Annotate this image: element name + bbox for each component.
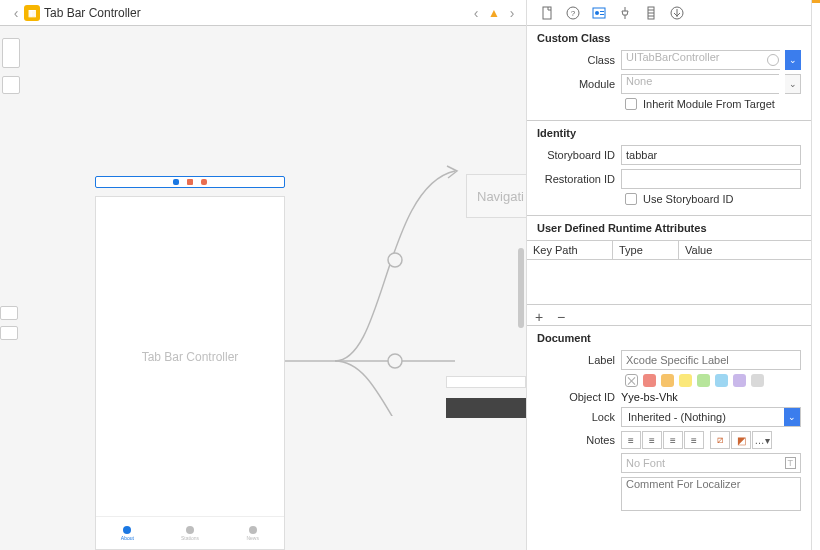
class-field[interactable]: UITabBarController: [621, 50, 780, 70]
inherit-module-label: Inherit Module From Target: [643, 98, 775, 110]
section-heading: Custom Class: [537, 32, 801, 44]
scene-fragment[interactable]: [446, 398, 526, 418]
selection-dot-icon: [201, 179, 207, 185]
localizer-comment-field[interactable]: [621, 477, 801, 511]
storyboard-id-label: Storyboard ID: [537, 149, 615, 161]
swatch-purple[interactable]: [733, 374, 746, 387]
udra-table-header: Key Path Type Value: [527, 240, 811, 260]
col-type[interactable]: Type: [613, 241, 679, 259]
bg-color-button[interactable]: ◩: [731, 431, 751, 449]
swatch-green[interactable]: [697, 374, 710, 387]
use-storyboard-id-label: Use Storyboard ID: [643, 193, 733, 205]
module-label: Module: [537, 78, 615, 90]
warning-icon[interactable]: ▲: [486, 5, 502, 21]
svg-point-0: [388, 253, 402, 267]
add-attribute-button[interactable]: +: [533, 309, 545, 325]
document-section: Document Label Object ID Yye-bs-Vhk Lo: [527, 326, 811, 525]
storyboard-doc-icon: ▦: [24, 5, 40, 21]
scene-thumbnail[interactable]: [2, 38, 20, 68]
chevron-down-icon: ⌄: [784, 408, 800, 426]
label-color-swatches: [625, 374, 801, 387]
accent-strip: [812, 0, 820, 3]
align-right-button[interactable]: ≡: [663, 431, 683, 449]
align-justify-button[interactable]: ≡: [684, 431, 704, 449]
custom-class-section: Custom Class Class UITabBarController ⌄ …: [527, 26, 811, 121]
notes-toolbar: ≡ ≡ ≡ ≡ ⧄ ◩ …▾: [621, 431, 801, 449]
identity-inspector-icon[interactable]: [591, 5, 607, 21]
nav-back-icon[interactable]: ‹: [8, 5, 24, 21]
notes-more-button[interactable]: …▾: [752, 431, 772, 449]
inspector-toolbar: ?: [527, 0, 811, 26]
svg-text:?: ?: [571, 9, 576, 18]
tab-item[interactable]: News: [221, 517, 284, 549]
svg-rect-3: [543, 7, 551, 19]
col-key-path[interactable]: Key Path: [527, 241, 613, 259]
doc-label-label: Label: [537, 354, 615, 366]
module-dropdown-icon[interactable]: ⌄: [785, 74, 801, 94]
storyboard-canvas[interactable]: Tab Bar Controller About Stations News: [0, 26, 526, 550]
scene-thumbnail[interactable]: [0, 306, 18, 320]
lock-select[interactable]: Inherited - (Nothing) ⌄: [621, 407, 801, 427]
lock-label: Lock: [537, 411, 615, 423]
remove-attribute-button[interactable]: −: [555, 309, 567, 325]
size-inspector-icon[interactable]: [643, 5, 659, 21]
align-center-button[interactable]: ≡: [642, 431, 662, 449]
class-jump-icon[interactable]: [767, 54, 779, 66]
class-label: Class: [537, 54, 615, 66]
nav-prev-icon[interactable]: ‹: [468, 5, 484, 21]
svg-rect-8: [600, 11, 604, 12]
swatch-red[interactable]: [643, 374, 656, 387]
restoration-id-label: Restoration ID: [537, 173, 615, 185]
tab-bar: About Stations News: [96, 516, 284, 549]
scene-thumbnail[interactable]: [2, 76, 20, 94]
svg-point-7: [595, 11, 599, 15]
file-inspector-icon[interactable]: [539, 5, 555, 21]
swatch-none[interactable]: [625, 374, 638, 387]
section-heading: Identity: [537, 127, 801, 139]
vc-placeholder-label: Tab Bar Controller: [96, 197, 284, 516]
swatch-gray[interactable]: [751, 374, 764, 387]
tab-bar-controller-scene[interactable]: Tab Bar Controller About Stations News: [95, 196, 285, 550]
identity-section: Identity Storyboard ID Restoration ID Us…: [527, 121, 811, 216]
module-field[interactable]: None: [621, 74, 779, 94]
doc-label-field[interactable]: [621, 350, 801, 370]
scrollbar-thumb[interactable]: [518, 248, 524, 328]
col-value[interactable]: Value: [679, 241, 811, 259]
udra-table-body[interactable]: [527, 260, 811, 304]
swatch-orange[interactable]: [661, 374, 674, 387]
storyboard-id-field[interactable]: [621, 145, 801, 165]
object-id-label: Object ID: [537, 391, 615, 403]
nav-next-icon[interactable]: ›: [504, 5, 520, 21]
swatch-blue[interactable]: [715, 374, 728, 387]
connections-inspector-icon[interactable]: [669, 5, 685, 21]
selection-dot-icon: [187, 179, 193, 185]
svg-rect-9: [600, 14, 604, 15]
nav-bar-preview: Navigati: [466, 174, 526, 218]
scene-selection-bar[interactable]: [95, 176, 285, 188]
section-heading: User Defined Runtime Attributes: [527, 222, 811, 234]
section-heading: Document: [537, 332, 801, 344]
object-id-value: Yye-bs-Vhk: [621, 391, 678, 403]
attributes-inspector-icon[interactable]: [617, 5, 633, 21]
help-inspector-icon[interactable]: ?: [565, 5, 581, 21]
text-color-button[interactable]: ⧄: [710, 431, 730, 449]
tab-item[interactable]: Stations: [159, 517, 222, 549]
tab-item[interactable]: About: [96, 517, 159, 549]
class-dropdown-icon[interactable]: ⌄: [785, 50, 801, 70]
inherit-module-checkbox[interactable]: [625, 98, 637, 110]
swatch-yellow[interactable]: [679, 374, 692, 387]
udra-section: User Defined Runtime Attributes Key Path…: [527, 216, 811, 326]
navigation-controller-scene[interactable]: Navigati: [466, 174, 526, 218]
font-field[interactable]: No Font T: [621, 453, 801, 473]
svg-point-1: [388, 354, 402, 368]
selection-dot-icon: [173, 179, 179, 185]
align-left-button[interactable]: ≡: [621, 431, 641, 449]
restoration-id-field[interactable]: [621, 169, 801, 189]
scene-thumbnail[interactable]: [0, 326, 18, 340]
notes-label: Notes: [537, 434, 615, 446]
breadcrumb-bar: ‹ ▦ Tab Bar Controller ‹ ▲ ›: [0, 0, 526, 26]
use-storyboard-id-checkbox[interactable]: [625, 193, 637, 205]
breadcrumb-title: Tab Bar Controller: [44, 6, 466, 20]
font-picker-icon[interactable]: T: [785, 457, 797, 469]
scene-fragment[interactable]: [446, 376, 526, 388]
